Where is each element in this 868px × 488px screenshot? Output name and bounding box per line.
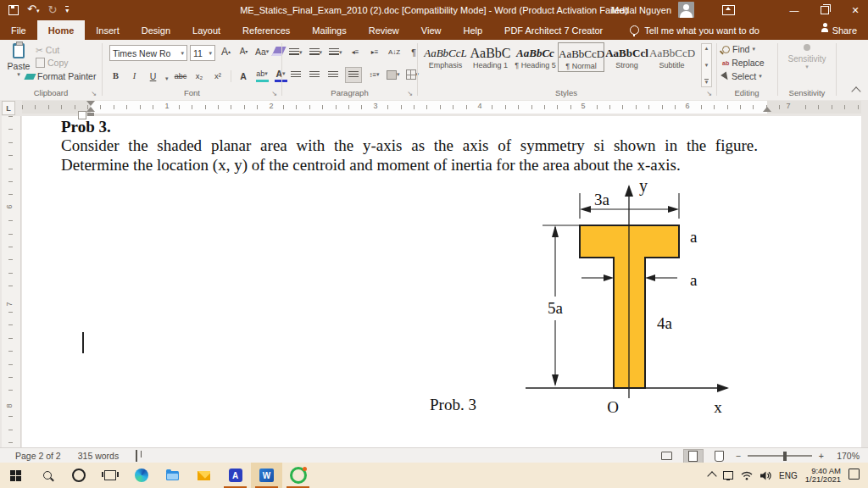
mail-button[interactable]: [188, 463, 220, 488]
select-button[interactable]: Select▾: [722, 71, 762, 81]
styles-dialog-launcher[interactable]: ↘: [706, 90, 712, 97]
tab-stop-selector[interactable]: L: [2, 101, 15, 115]
bullets-button[interactable]: ▾: [289, 46, 303, 58]
tab-design[interactable]: Design: [131, 20, 181, 40]
replace-button[interactable]: abReplace: [722, 58, 765, 68]
styles-scroll-down-icon[interactable]: ▼: [704, 63, 709, 68]
word-taskbar-button[interactable]: [251, 463, 282, 488]
proofing-status-icon[interactable]: [136, 451, 137, 461]
document-page[interactable]: Prob 3. Consider the shaded planar area …: [22, 116, 861, 447]
app-a-button[interactable]: A: [220, 463, 251, 488]
zoom-out-button[interactable]: −: [736, 451, 741, 461]
zoom-in-button[interactable]: +: [819, 451, 824, 461]
problem-heading[interactable]: Prob 3.: [61, 118, 111, 136]
style-heading1[interactable]: AaBbC Heading 1: [468, 42, 513, 72]
justify-button[interactable]: [345, 67, 362, 83]
tab-review[interactable]: Review: [358, 20, 410, 40]
avatar[interactable]: [678, 2, 694, 18]
sort-button[interactable]: A↓Z: [388, 46, 401, 58]
minimize-button[interactable]: —: [782, 0, 807, 20]
bold-button[interactable]: B: [109, 69, 122, 82]
tell-me-box[interactable]: Tell me what you want to do: [619, 20, 771, 40]
style-strong[interactable]: AaBbCcl Strong: [604, 42, 649, 72]
paragraph-line1[interactable]: Consider the shaded planar area with the…: [61, 136, 758, 156]
tab-references[interactable]: References: [231, 20, 301, 40]
style-subtitle[interactable]: AaBbCcD Subtitle: [649, 42, 694, 72]
style-normal-selected[interactable]: AaBbCcD ¶ Normal: [558, 42, 604, 72]
font-dialog-launcher[interactable]: ↘: [271, 90, 277, 97]
first-line-indent-marker[interactable]: [86, 101, 95, 106]
task-view-button[interactable]: [94, 463, 125, 488]
tab-help[interactable]: Help: [452, 20, 493, 40]
italic-button[interactable]: I: [128, 69, 141, 82]
styles-more-icon[interactable]: ▼: [704, 79, 709, 85]
style-heading5[interactable]: AaBbCc ¶ Heading 5: [513, 42, 558, 72]
redo-button[interactable]: ↻: [47, 0, 57, 20]
zoom-level[interactable]: 170%: [831, 451, 860, 461]
paragraph-dialog-launcher[interactable]: ↘: [407, 90, 413, 97]
subscript-button[interactable]: x₂: [193, 69, 206, 82]
decrease-indent-button[interactable]: ◂≡: [349, 46, 362, 58]
tab-insert[interactable]: Insert: [85, 20, 131, 40]
cut-button[interactable]: ✂Cut: [36, 45, 59, 55]
font-name-combo[interactable]: Times New Ro▾: [109, 45, 187, 61]
word-count[interactable]: 315 words: [78, 451, 119, 461]
taskbar-search-button[interactable]: [31, 463, 63, 488]
user-name[interactable]: Medal Nguyen: [611, 0, 671, 20]
wifi-tray-icon[interactable]: [741, 471, 753, 480]
action-center-button[interactable]: [849, 468, 860, 483]
tab-pdf-architect[interactable]: PDF Architect 7 Creator: [493, 20, 614, 40]
underline-dropdown[interactable]: ▾: [165, 75, 169, 82]
format-painter-button[interactable]: Format Painter: [25, 71, 96, 81]
horizontal-ruler[interactable]: 1 2 3 4 5 6 7: [22, 101, 861, 114]
web-layout-button[interactable]: [710, 450, 729, 463]
ribbon-display-options-button[interactable]: [715, 0, 741, 20]
line-spacing-button[interactable]: ↕≡▾: [368, 69, 381, 81]
underline-button[interactable]: U: [147, 69, 159, 82]
tab-view[interactable]: View: [410, 20, 453, 40]
strikethrough-button[interactable]: abc: [175, 69, 187, 82]
right-indent-marker[interactable]: [763, 107, 771, 112]
shading-button[interactable]: ▾: [387, 69, 400, 81]
undo-button[interactable]: ↶▾: [27, 0, 39, 21]
vertical-ruler[interactable]: 6 7 8: [2, 116, 21, 447]
file-explorer-button[interactable]: [157, 463, 188, 488]
customize-qat-button[interactable]: ▾: [65, 6, 69, 15]
hanging-indent-marker[interactable]: [86, 107, 95, 112]
change-case-button[interactable]: Aa▾: [255, 45, 269, 58]
tray-expand-button[interactable]: [709, 468, 715, 483]
styles-gallery-scroll[interactable]: ▲ ▼ ▼: [701, 43, 712, 87]
start-button[interactable]: [0, 463, 31, 488]
shrink-font-button[interactable]: A▾: [237, 45, 250, 58]
text-effects-button[interactable]: A: [237, 69, 250, 82]
share-button[interactable]: Share: [810, 20, 868, 40]
multilevel-list-button[interactable]: ▾: [329, 46, 342, 58]
page-indicator[interactable]: Page 2 of 2: [15, 451, 61, 461]
t-section-figure[interactable]: 3a y 5a a a 4a O x: [519, 168, 746, 424]
clock[interactable]: 9:40 AM 1/21/2021: [805, 467, 841, 485]
collapse-ribbon-button[interactable]: [853, 88, 860, 95]
style-emphasis[interactable]: AaBbCcL Emphasis: [423, 42, 468, 72]
zoom-slider[interactable]: [748, 455, 812, 457]
read-mode-button[interactable]: [658, 450, 676, 463]
grow-font-button[interactable]: A▴: [220, 45, 232, 58]
edge-button[interactable]: [125, 463, 157, 488]
tab-home[interactable]: Home: [37, 20, 86, 40]
increase-indent-button[interactable]: ▸≡: [369, 46, 381, 58]
sensitivity-button[interactable]: Sensitivity ▾: [778, 44, 836, 70]
tab-file[interactable]: File: [0, 20, 37, 40]
figure-caption[interactable]: Prob. 3: [430, 396, 476, 414]
cortana-button[interactable]: [63, 463, 94, 488]
language-indicator[interactable]: ENG: [779, 471, 798, 480]
volume-tray-icon[interactable]: [760, 471, 771, 480]
align-center-button[interactable]: [308, 69, 320, 81]
highlight-color-button[interactable]: ab▾: [256, 67, 269, 82]
copy-button[interactable]: Copy: [36, 58, 69, 68]
print-layout-button[interactable]: [683, 449, 704, 463]
superscript-button[interactable]: x²: [212, 69, 225, 82]
clipboard-dialog-launcher[interactable]: ↘: [91, 90, 97, 97]
app-green-button[interactable]: [282, 463, 314, 488]
styles-scroll-up-icon[interactable]: ▲: [704, 46, 709, 51]
close-button[interactable]: ✕: [843, 0, 868, 20]
font-size-combo[interactable]: 11▾: [190, 45, 215, 61]
